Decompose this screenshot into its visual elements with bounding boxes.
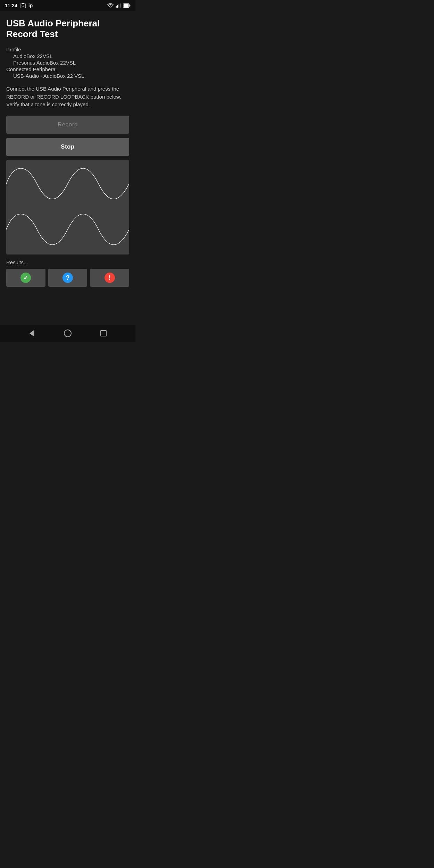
check-icon: ✓ [20,273,31,283]
home-icon [64,329,72,337]
profile-line2: Presonus AudioBox 22VSL [6,60,129,66]
waveform-display [6,160,129,254]
back-icon [30,330,34,337]
profile-section: Profile AudioBox 22VSL Presonus AudioBox… [6,47,129,80]
home-button[interactable] [61,327,74,340]
svg-rect-2 [22,3,24,4]
results-label: Results... [6,259,129,265]
exclaim-icon: ! [105,273,115,283]
wifi-icon [107,3,114,8]
profile-line1: AudioBox 22VSL [6,53,129,59]
result-check-button[interactable]: ✓ [6,269,45,287]
page-title: USB Audio Peripheral Record Test [6,18,129,40]
status-bar: 11:24 ip [0,0,135,11]
description-text: Connect the USB Audio Peripheral and pre… [6,85,129,109]
waveform-svg [6,160,129,254]
recent-icon [100,330,107,336]
notification-label: ip [28,3,33,8]
question-icon: ? [62,273,73,283]
photo-icon [20,3,26,8]
stop-button[interactable]: Stop [6,138,129,156]
signal-icon [116,3,121,8]
record-button[interactable]: Record [6,116,129,134]
result-buttons: ✓ ? ! [6,269,129,287]
connected-device: USB-Audio - AudioBox 22 VSL [6,73,129,79]
main-content: USB Audio Peripheral Record Test Profile… [0,11,135,325]
back-button[interactable] [26,327,38,340]
svg-rect-5 [6,160,129,254]
battery-icon [123,3,131,8]
profile-label: Profile [6,47,129,52]
svg-rect-4 [124,4,129,7]
connected-peripheral-label: Connected Peripheral [6,66,129,72]
recent-button[interactable] [97,327,110,340]
svg-rect-0 [20,4,26,8]
clock: 11:24 [5,3,17,8]
nav-bar [0,325,135,342]
svg-point-1 [22,5,24,7]
spacer [6,294,129,322]
result-exclaim-button[interactable]: ! [90,269,129,287]
status-right [107,3,131,8]
status-left: 11:24 ip [5,3,33,8]
result-question-button[interactable]: ? [48,269,87,287]
